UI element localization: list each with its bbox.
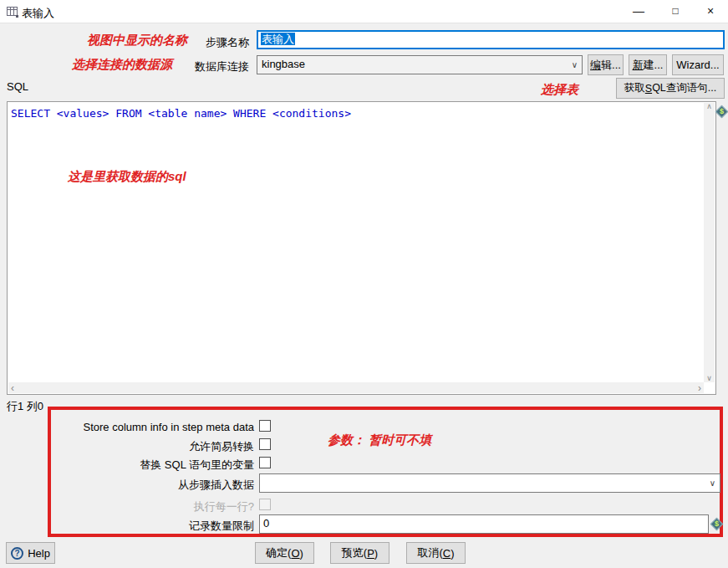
- wizard-button-label: Wizard...: [676, 59, 719, 71]
- store-meta-checkbox[interactable]: [259, 420, 271, 432]
- get-sql-button[interactable]: 获取SQL查询语句...: [616, 78, 725, 99]
- insert-data-select[interactable]: ∨: [259, 473, 720, 493]
- chevron-down-icon: ∨: [710, 474, 715, 492]
- close-button[interactable]: ×: [693, 0, 728, 23]
- annotation-select-table: 选择表: [541, 82, 578, 98]
- limit-input-value: 0: [263, 517, 269, 530]
- vertical-scrollbar[interactable]: ∧ ∨: [704, 103, 715, 382]
- sql-editor[interactable]: SELECT <values> FROM <table name> WHERE …: [7, 101, 716, 395]
- replace-vars-label: 替换 SQL 语句里的变量: [140, 458, 254, 473]
- get-sql-button-pre: 获取: [624, 81, 645, 95]
- preview-button-mnemonic: P: [367, 547, 374, 560]
- limit-label: 记录数量限制: [189, 519, 254, 534]
- help-button-label: Help: [28, 547, 50, 560]
- cancel-button-post: ): [451, 547, 454, 560]
- get-sql-button-post: QL查询语句...: [652, 81, 716, 95]
- connection-select[interactable]: kingbase ∨: [257, 55, 583, 74]
- maximize-button[interactable]: □: [658, 0, 693, 23]
- new-button-mnemonic: 新: [633, 58, 644, 73]
- connection-select-value: kingbase: [262, 58, 305, 70]
- new-button-label: 建...: [644, 58, 664, 73]
- scroll-left-icon[interactable]: ‹: [11, 383, 14, 393]
- connection-label: 数据库连接: [195, 59, 249, 74]
- insert-data-label: 从步骤插入数据: [178, 478, 254, 493]
- sql-content: SELECT <values> FROM <table name> WHERE …: [11, 107, 351, 120]
- edit-connection-button[interactable]: 编辑...: [588, 54, 624, 75]
- lazy-conversion-label: 允许简易转换: [189, 439, 254, 454]
- scroll-down-icon[interactable]: ∨: [706, 375, 712, 382]
- replace-vars-checkbox[interactable]: [259, 457, 271, 468]
- table-input-step-icon: [7, 7, 19, 20]
- wizard-button[interactable]: Wizard...: [672, 54, 724, 75]
- get-sql-button-mnemonic: S: [645, 83, 652, 95]
- annotation-params: 参数： 暂时可不填: [328, 432, 431, 448]
- store-meta-label: Store column info in step meta data: [83, 421, 254, 433]
- scroll-up-icon[interactable]: ∧: [706, 103, 712, 110]
- annotation-connection: 选择连接的数据源: [72, 57, 172, 73]
- new-connection-button[interactable]: 新建...: [629, 54, 667, 75]
- preview-button[interactable]: 预览(P): [330, 542, 389, 564]
- edit-button-label: 辑...: [601, 58, 621, 73]
- help-button[interactable]: ? Help: [6, 542, 55, 564]
- lazy-conversion-checkbox[interactable]: [259, 438, 271, 450]
- minimize-button[interactable]: —: [619, 0, 658, 23]
- cancel-button[interactable]: 取消(C): [406, 542, 466, 564]
- horizontal-scrollbar[interactable]: ‹ ›: [8, 382, 704, 393]
- ok-button-post: ): [300, 547, 303, 560]
- chevron-down-icon: ∨: [572, 56, 578, 74]
- step-name-input[interactable]: 表输入: [257, 30, 725, 49]
- sql-label: SQL: [7, 80, 28, 93]
- scroll-right-icon[interactable]: ›: [698, 383, 701, 393]
- limit-input[interactable]: 0: [259, 514, 709, 534]
- preview-button-pre: 预览(: [342, 545, 367, 560]
- cancel-button-mnemonic: C: [443, 547, 451, 560]
- annotation-step-name: 视图中显示的名称: [87, 33, 187, 49]
- execute-each-row-label: 执行每一行?: [194, 499, 254, 514]
- window-title: 表输入: [22, 6, 54, 21]
- variable-indicator-icon: $: [715, 105, 728, 119]
- table-input-dialog: { "window": { "title": "表输入" }, "icons":…: [0, 0, 728, 568]
- ok-button-mnemonic: O: [291, 547, 299, 560]
- cancel-button-pre: 取消(: [417, 545, 442, 560]
- ok-button[interactable]: 确定(O): [255, 542, 314, 564]
- edit-button-mnemonic: 编: [590, 58, 601, 73]
- cursor-position-status: 行1 列0: [7, 399, 43, 414]
- step-name-label: 步骤名称: [206, 35, 249, 50]
- execute-each-row-checkbox: [259, 499, 271, 510]
- ok-button-pre: 确定(: [266, 545, 291, 560]
- titlebar: 表输入 — □ ×: [0, 0, 728, 23]
- help-icon: ?: [11, 547, 23, 560]
- preview-button-post: ): [374, 547, 378, 560]
- annotation-sql-note: 这是里获取数据的sql: [68, 169, 186, 185]
- step-name-selected-text: 表输入: [261, 33, 295, 45]
